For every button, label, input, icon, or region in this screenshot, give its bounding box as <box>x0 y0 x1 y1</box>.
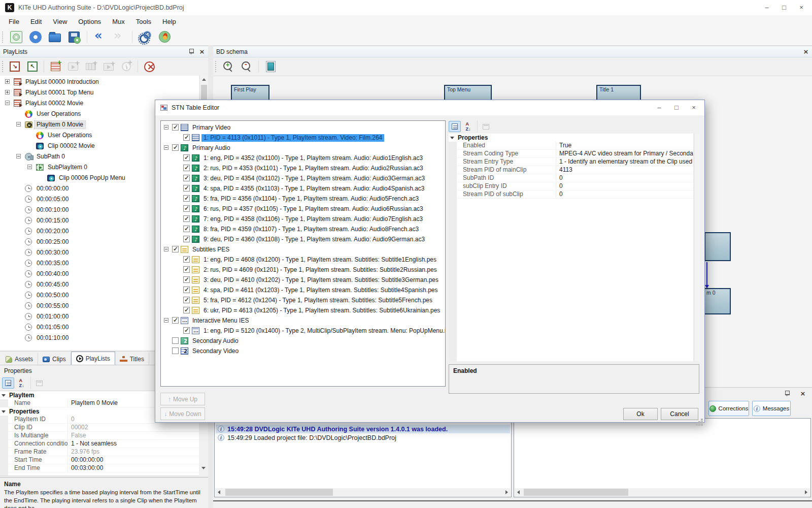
property-value[interactable]: 23.976 fps <box>68 448 199 456</box>
message-list-hscrollbar[interactable] <box>215 488 511 496</box>
stream-tree-item[interactable]: 1: eng, PID = 4608 (0x1200) - Type 1, Pl… <box>161 255 445 265</box>
schema-node-partial[interactable] <box>704 232 731 261</box>
property-row[interactable]: Connection condition1 - Not seamless <box>8 440 199 448</box>
maximize-button[interactable]: □ <box>775 0 793 15</box>
stream-checkbox[interactable] <box>172 246 179 252</box>
stream-tree-item[interactable]: 5: fra, PID = 4612 (0x1204) - Type 1, Pl… <box>161 295 445 305</box>
stream-checkbox[interactable] <box>183 165 190 171</box>
menu-edit[interactable]: Edit <box>25 15 47 28</box>
stream-tree-item[interactable]: Interactive Menu IES <box>161 315 445 326</box>
property-row[interactable]: Stream Coding TypeMPEG-4 AVC video strea… <box>457 150 693 158</box>
close-panel-icon[interactable] <box>803 48 809 55</box>
add-playitem-button[interactable] <box>66 59 80 74</box>
menu-options[interactable]: Options <box>73 15 107 28</box>
zoom-in-button[interactable] <box>222 59 235 74</box>
redo-button[interactable] <box>113 30 126 44</box>
property-value[interactable]: 1 - Not seamless <box>68 440 199 448</box>
stream-tree-item[interactable]: 1: PID = 4113 (0x1011) - Type 1, PlayIte… <box>161 133 445 143</box>
close-panel-icon[interactable] <box>800 390 806 397</box>
message-list-hscrollbar[interactable] <box>515 488 810 496</box>
property-value[interactable]: 0 <box>556 190 693 198</box>
property-value[interactable]: 00:00:00:00 <box>68 456 199 464</box>
delete-button[interactable] <box>143 59 156 74</box>
tree-expander[interactable] <box>164 247 168 251</box>
scroll-right-icon[interactable] <box>805 490 807 494</box>
stream-tree-item[interactable]: 4: spa, PID = 4355 (0x1103) - Type 1, Pl… <box>161 183 445 194</box>
open-disc-button[interactable] <box>29 30 42 44</box>
stream-checkbox[interactable] <box>183 175 190 181</box>
stream-tree-item[interactable]: Primary Video <box>161 122 445 133</box>
dialog-close-button[interactable]: × <box>685 100 702 115</box>
settings-button[interactable] <box>139 30 152 44</box>
property-value[interactable]: 4113 <box>556 166 693 174</box>
property-value[interactable]: 00:03:00:00 <box>68 464 199 472</box>
alphabetical-button[interactable] <box>463 121 475 132</box>
stream-checkbox[interactable] <box>183 236 190 242</box>
property-row[interactable]: Clip ID00002 <box>8 424 199 432</box>
new-project-button[interactable] <box>10 30 23 44</box>
stream-checkbox[interactable] <box>183 276 190 283</box>
stream-tree-item[interactable]: 2: rus, PID = 4353 (0x1101) - Type 1, Pl… <box>161 163 445 173</box>
stream-tree-item[interactable]: 2: rus, PID = 4609 (0x1201) - Type 1, Pl… <box>161 265 445 275</box>
stream-tree-item[interactable]: 6: ukr, PID = 4613 (0x1205) - Type 1, Pl… <box>161 305 445 315</box>
stream-tree-item[interactable]: 3: deu, PID = 4610 (0x1202) - Type 1, Pl… <box>161 275 445 285</box>
move-down-button[interactable]: ↓Move Down <box>160 407 205 420</box>
menu-help[interactable]: Help <box>157 15 182 28</box>
property-value[interactable]: 1 - Identify an elementary stream of the… <box>556 158 693 166</box>
tab-titles[interactable]: Titles <box>115 353 149 365</box>
stream-checkbox[interactable] <box>183 327 190 334</box>
property-row[interactable]: Start Time00:00:00:00 <box>8 456 199 464</box>
add-playlist-button[interactable] <box>49 59 62 74</box>
scroll-up-icon[interactable] <box>202 78 206 81</box>
stream-checkbox[interactable] <box>172 347 179 354</box>
property-value[interactable]: 0 <box>556 182 693 190</box>
ok-button[interactable]: Ok <box>623 408 658 420</box>
scrollbar-thumb[interactable] <box>524 489 628 496</box>
property-value[interactable]: MPEG-4 AVC video stream for Primary / Se… <box>556 150 693 157</box>
tree-expander[interactable] <box>16 122 21 126</box>
stream-tree-item[interactable]: 6: rus, PID = 4357 (0x1105) - Type 1, Pl… <box>161 204 445 214</box>
property-row[interactable]: EnabledTrue <box>457 142 693 150</box>
tree-expander[interactable] <box>5 79 10 84</box>
log-entry[interactable]: 15:49:29 Loaded project file: D:\DVDLogi… <box>216 433 510 442</box>
scroll-left-icon[interactable] <box>218 490 220 494</box>
dialog-minimize-button[interactable]: – <box>651 100 668 115</box>
property-row[interactable]: End Time00:03:00:00 <box>8 464 199 472</box>
menu-mux[interactable]: Mux <box>107 15 130 28</box>
pin-icon[interactable] <box>188 48 194 55</box>
add-subplayitem-button[interactable] <box>102 59 115 74</box>
stream-checkbox[interactable] <box>172 317 179 324</box>
property-value[interactable]: True <box>556 142 693 149</box>
stream-tree-item[interactable]: Primary Audio <box>161 143 445 153</box>
zoom-out-button[interactable] <box>240 59 253 74</box>
scroll-left-icon[interactable] <box>517 490 520 494</box>
minimize-button[interactable]: – <box>758 0 775 15</box>
open-folder-button[interactable] <box>48 30 61 44</box>
stream-checkbox[interactable] <box>183 154 190 161</box>
property-value[interactable]: 00002 <box>68 424 199 431</box>
stream-checkbox[interactable] <box>172 144 179 151</box>
message-list[interactable]: 15:49:28 DVDLogic KITe UHD Authoring Sui… <box>214 418 512 497</box>
stream-checkbox[interactable] <box>172 337 179 344</box>
messages-toggle-button[interactable]: Messages <box>752 401 791 416</box>
property-category[interactable]: Properties <box>449 134 693 142</box>
stream-checkbox[interactable] <box>183 297 190 303</box>
property-row[interactable]: Stream PID of mainClip4113 <box>457 166 693 174</box>
tab-clips[interactable]: Clips <box>38 353 71 365</box>
dialog-grid-scrollbar[interactable] <box>694 134 700 361</box>
stream-checkbox[interactable] <box>183 307 190 313</box>
tree-expander[interactable] <box>164 318 168 323</box>
menu-view[interactable]: View <box>47 15 73 28</box>
stream-tree-item[interactable]: Secondary Audio <box>161 336 445 346</box>
stream-tree-item[interactable]: Subtitles PES <box>161 244 445 255</box>
close-panel-icon[interactable] <box>199 48 205 55</box>
undo-button[interactable] <box>93 30 107 44</box>
move-up-button[interactable]: ↑Move Up <box>160 393 205 405</box>
property-row[interactable]: subClip Entry ID0 <box>457 182 693 190</box>
alphabetical-button[interactable] <box>16 377 28 389</box>
categorized-button[interactable] <box>449 121 461 132</box>
stream-checkbox[interactable] <box>183 195 190 202</box>
scrollbar-thumb[interactable] <box>225 489 333 496</box>
tree-expander[interactable] <box>164 125 168 130</box>
corrections-toggle-button[interactable]: Corrections <box>708 401 749 416</box>
